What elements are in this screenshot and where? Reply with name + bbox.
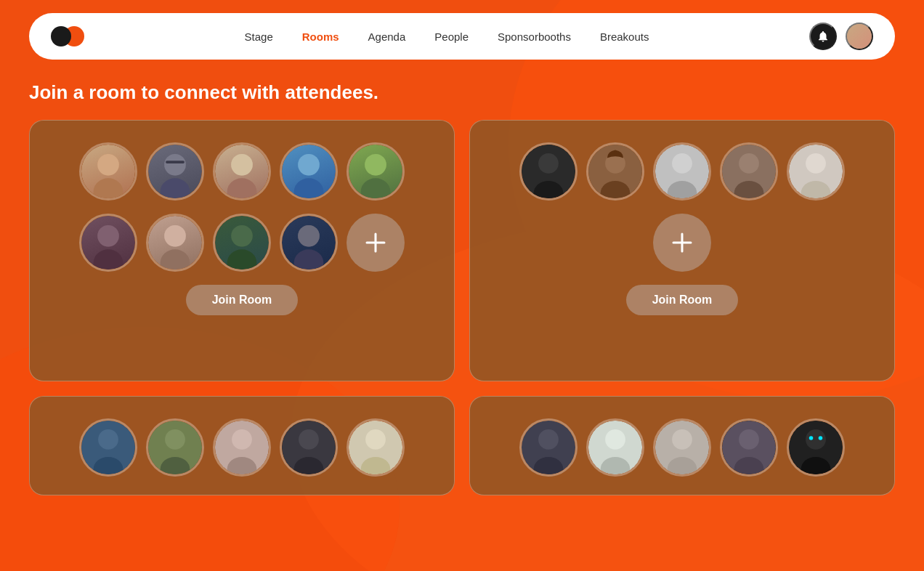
page-subtitle: Join a room to connect with attendees. bbox=[29, 81, 895, 104]
avatar-4 bbox=[280, 142, 338, 201]
avatar-3 bbox=[213, 142, 271, 201]
avatar-r2-1 bbox=[519, 142, 578, 201]
svg-point-7 bbox=[161, 178, 190, 198]
avatar-6 bbox=[79, 214, 137, 272]
avatar-r2-4 bbox=[720, 142, 778, 201]
avatar-1 bbox=[79, 142, 137, 201]
nav-sponsorbooths[interactable]: Sponsorbooths bbox=[498, 31, 571, 43]
avatar-r4-3 bbox=[653, 418, 711, 477]
svg-point-53 bbox=[232, 429, 252, 450]
svg-point-47 bbox=[98, 429, 118, 450]
svg-point-59 bbox=[365, 429, 386, 450]
svg-point-29 bbox=[294, 249, 324, 270]
svg-point-44 bbox=[806, 153, 826, 174]
svg-point-21 bbox=[97, 225, 119, 247]
avatar-r4-1 bbox=[519, 418, 578, 477]
user-avatar bbox=[847, 24, 872, 49]
svg-point-24 bbox=[164, 225, 186, 247]
avatar-r4-2 bbox=[586, 418, 644, 477]
svg-point-71 bbox=[739, 429, 759, 450]
avatar-r3-1 bbox=[79, 418, 137, 477]
avatar-r3-5 bbox=[346, 418, 405, 477]
svg-point-74 bbox=[806, 429, 826, 450]
svg-point-12 bbox=[231, 154, 253, 176]
svg-point-50 bbox=[165, 429, 185, 450]
room-card-1: Join Room bbox=[29, 120, 455, 381]
svg-point-14 bbox=[294, 178, 324, 198]
room-card-4 bbox=[469, 396, 895, 495]
room-card-3 bbox=[29, 396, 455, 495]
svg-point-17 bbox=[361, 178, 391, 198]
svg-point-62 bbox=[538, 429, 559, 450]
nav-people[interactable]: People bbox=[434, 31, 469, 43]
svg-point-76 bbox=[809, 436, 814, 440]
svg-point-30 bbox=[298, 225, 320, 247]
bell-icon bbox=[816, 30, 830, 43]
avatar-9 bbox=[280, 214, 338, 272]
avatar-r4-4 bbox=[720, 418, 778, 477]
nav-breakouts[interactable]: Breakouts bbox=[600, 31, 649, 43]
room4-avatars bbox=[519, 418, 845, 477]
svg-point-26 bbox=[227, 249, 257, 270]
avatar-8 bbox=[213, 214, 271, 272]
avatar-r2-5 bbox=[787, 142, 845, 201]
nav-stage[interactable]: Stage bbox=[245, 31, 273, 43]
room3-avatars bbox=[79, 418, 405, 477]
avatar-r3-4 bbox=[280, 418, 338, 477]
room1-plus-button[interactable] bbox=[346, 214, 405, 272]
navbar: Stage Rooms Agenda People Sponsorbooths … bbox=[29, 13, 895, 60]
notification-button[interactable] bbox=[809, 23, 837, 50]
svg-point-20 bbox=[94, 249, 123, 270]
room1-top-avatars bbox=[79, 142, 405, 201]
avatar-r2-3 bbox=[653, 142, 711, 201]
avatar-7 bbox=[146, 214, 204, 272]
user-avatar-button[interactable] bbox=[846, 23, 873, 50]
plus-icon-2 bbox=[670, 231, 694, 254]
page-content: Join a room to connect with attendees. bbox=[0, 81, 924, 495]
plus-icon bbox=[364, 231, 387, 254]
svg-point-18 bbox=[365, 154, 386, 176]
logo-circle-black bbox=[51, 26, 71, 46]
room2-top-avatars bbox=[519, 142, 845, 201]
room2-plus-row bbox=[653, 214, 711, 272]
room2-join-button[interactable]: Join Room bbox=[626, 285, 739, 315]
nav-links: Stage Rooms Agenda People Sponsorbooths … bbox=[245, 31, 649, 43]
svg-point-11 bbox=[227, 178, 257, 198]
svg-point-4 bbox=[94, 178, 123, 198]
svg-point-32 bbox=[538, 153, 559, 174]
nav-actions bbox=[809, 23, 873, 50]
svg-point-56 bbox=[299, 429, 319, 450]
room-card-2: Join Room bbox=[469, 120, 895, 381]
svg-point-5 bbox=[97, 154, 119, 176]
svg-point-77 bbox=[819, 436, 823, 440]
svg-rect-9 bbox=[166, 161, 185, 163]
avatar-2 bbox=[146, 142, 204, 201]
avatar-r4-5 bbox=[787, 418, 845, 477]
svg-point-15 bbox=[298, 154, 320, 176]
room1-bottom-avatars bbox=[79, 214, 405, 272]
rooms-grid: Join Room bbox=[29, 120, 895, 495]
room1-join-button[interactable]: Join Room bbox=[186, 285, 299, 315]
nav-rooms[interactable]: Rooms bbox=[302, 31, 339, 43]
avatar-r3-2 bbox=[146, 418, 204, 477]
avatar-r2-2 bbox=[586, 142, 644, 201]
svg-point-8 bbox=[164, 154, 186, 176]
room2-plus-button[interactable] bbox=[653, 214, 711, 272]
svg-point-41 bbox=[739, 153, 759, 174]
svg-point-38 bbox=[672, 153, 692, 174]
avatar-r3-3 bbox=[213, 418, 271, 477]
svg-point-65 bbox=[605, 429, 625, 450]
svg-point-27 bbox=[231, 225, 253, 247]
logo[interactable] bbox=[51, 26, 84, 46]
svg-point-68 bbox=[672, 429, 692, 450]
svg-point-23 bbox=[161, 249, 190, 270]
avatar-5 bbox=[346, 142, 405, 201]
nav-agenda[interactable]: Agenda bbox=[368, 31, 406, 43]
